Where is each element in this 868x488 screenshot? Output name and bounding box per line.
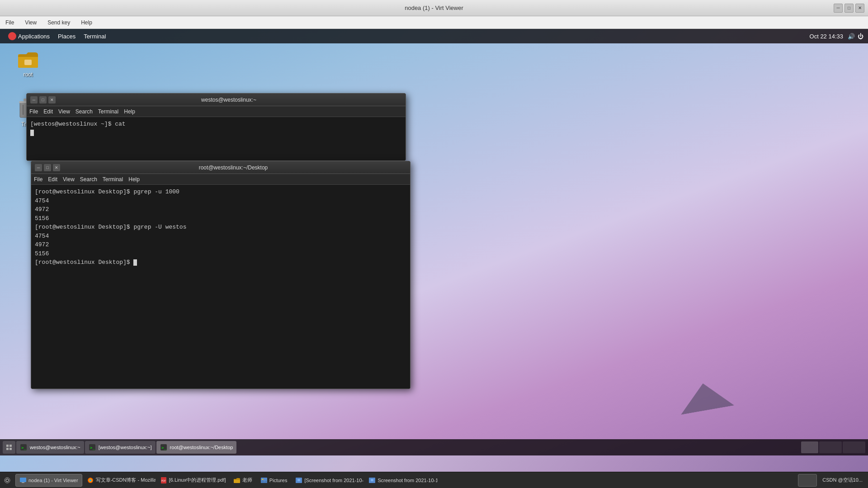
gnome-workspace-preview[interactable]	[801, 441, 818, 453]
virt-title: nodea (1) - Virt Viewer	[405, 5, 463, 11]
terminal2-menu-terminal[interactable]: Terminal	[103, 176, 123, 183]
outer-task-right-csdn[interactable]: CSDN @空话10...	[819, 474, 866, 487]
svg-rect-22	[22, 482, 24, 483]
outer-task-right-empty1[interactable]	[798, 474, 817, 487]
svg-rect-32	[297, 479, 300, 481]
gnome-topbar: Applications Places Terminal Oct 22 14:3…	[0, 29, 868, 43]
terminal2-cursor	[133, 259, 137, 266]
taskbar-item-terminal3[interactable]: >_ root@westoslinux:~/Desktop	[156, 441, 237, 454]
virt-menu-help[interactable]: Help	[79, 19, 94, 27]
terminal1-maximize-button[interactable]: □	[39, 96, 47, 103]
volume-icon[interactable]: 🔊	[848, 33, 855, 40]
terminal1-menu-view[interactable]: View	[58, 108, 70, 115]
taskbar-item-terminal1-label: westos@westoslinux:~	[30, 445, 80, 450]
svg-point-25	[90, 479, 91, 481]
outer-task-csdn-label: CSDN @空话10...	[822, 477, 863, 483]
virt-maximize-button[interactable]: □	[844, 4, 854, 13]
outer-task-screenshot2-label: Screenshot from 2021-10-10...	[377, 478, 437, 483]
outer-task-item-screenshot2[interactable]: Screenshot from 2021-10-10...	[365, 474, 437, 487]
taskbar-expand-button[interactable]	[3, 441, 15, 454]
terminal2-line-3: 5156	[35, 214, 406, 223]
gnome-places-menu[interactable]: Places	[54, 31, 79, 42]
virt-menu-sendkey[interactable]: Send key	[46, 19, 72, 27]
terminal2-close-button[interactable]: ✕	[53, 164, 60, 171]
outer-task-laoshi-label: 老师	[242, 477, 252, 483]
terminal1-close-button[interactable]: ✕	[48, 96, 56, 103]
svg-text:PDF: PDF	[161, 479, 166, 482]
gnome-apps-icon	[8, 32, 16, 40]
virt-minimize-button[interactable]: ─	[834, 4, 843, 13]
terminal1-menu-edit[interactable]: Edit	[43, 108, 53, 115]
folder-icon	[17, 48, 39, 70]
gnome-clock: Oct 22 14:33	[810, 33, 843, 40]
gnome-taskbar: >_ westos@westoslinux:~ >_ [westos@we	[0, 439, 868, 455]
taskbar-item-terminal2[interactable]: >_ [westos@westoslinux:~]	[85, 441, 156, 454]
svg-rect-10	[9, 445, 12, 447]
terminal2-line-1: 4754	[35, 197, 406, 206]
power-icon[interactable]: ⏻	[858, 33, 863, 40]
folder-icon-taskbar	[233, 477, 241, 484]
outer-window: nodea (1) - Virt Viewer ─ □ ✕ File View …	[0, 0, 868, 488]
terminal2-menu-view[interactable]: View	[63, 176, 75, 183]
terminal2-content[interactable]: [root@westoslinux Desktop]$ pgrep -u 100…	[31, 185, 410, 389]
terminal2-maximize-button[interactable]: □	[44, 164, 51, 171]
outer-task-item-screenshot1[interactable]: [Screenshot from 2021-10-1...	[292, 474, 364, 487]
gnome-taskbar-right	[801, 441, 865, 453]
svg-text:>_: >_	[21, 446, 26, 450]
terminal1-menu-search[interactable]: Search	[75, 108, 93, 115]
outer-task-firefox-label: 写文章-CSDN博客 - Mozilla Fir...	[96, 477, 156, 483]
virt-titlebar-controls: ─ □ ✕	[834, 4, 864, 13]
desktop-icon-root-label: root	[24, 71, 33, 78]
terminal1-menubar: File Edit View Search Terminal Help	[27, 106, 406, 117]
terminal2-menu-file[interactable]: File	[34, 176, 42, 183]
svg-text:>_: >_	[90, 446, 95, 450]
gnome-workspace-btn-2[interactable]	[843, 441, 865, 453]
terminal2-menubar: File Edit View Search Terminal Help	[31, 174, 410, 185]
svg-rect-12	[9, 448, 12, 450]
terminal1-cursor	[30, 130, 34, 136]
terminal1-menu-terminal[interactable]: Terminal	[98, 108, 118, 115]
gnome-applications-menu[interactable]: Applications	[5, 30, 53, 42]
terminal2-menu-help[interactable]: Help	[128, 176, 140, 183]
terminal1-line-1	[30, 129, 402, 138]
terminal2-titlebar[interactable]: ─ □ ✕ root@westoslinux:~/Desktop	[31, 161, 410, 174]
terminal-icon-3: >_	[160, 444, 167, 451]
outer-task-item-settings[interactable]	[2, 474, 14, 487]
taskbar-item-terminal2-label: [westos@westoslinux:~]	[99, 445, 152, 450]
terminal2-line-5: 4754	[35, 232, 406, 241]
terminal1-menu-help[interactable]: Help	[124, 108, 135, 115]
gnome-workspace-btn-1[interactable]	[819, 441, 842, 453]
outer-task-pictures-label: Pictures	[269, 478, 288, 483]
terminal1-content[interactable]: [westos@westoslinux ~]$ cat	[27, 117, 406, 160]
terminal-icon: >_	[20, 444, 27, 451]
virt-menu-file[interactable]: File	[4, 19, 16, 27]
outer-task-item-pictures[interactable]: Pictures	[257, 474, 291, 487]
outer-task-item-pdf[interactable]: PDF [6.Linux中的进程管理.pdf]	[156, 474, 229, 487]
outer-task-screenshot1-label: [Screenshot from 2021-10-1...	[304, 478, 364, 483]
virt-menu-view[interactable]: View	[23, 19, 38, 27]
desktop-icon-root[interactable]: root	[10, 48, 46, 78]
virt-close-button[interactable]: ✕	[855, 4, 864, 13]
terminal-window-1: ─ □ ✕ westos@westoslinux:~ File Edit Vie…	[26, 93, 406, 161]
gnome-desktop: Applications Places Terminal Oct 22 14:3…	[0, 29, 868, 472]
taskbar-item-terminal1[interactable]: >_ westos@westoslinux:~	[16, 441, 84, 454]
taskbar-item-terminal3-label: root@westoslinux:~/Desktop	[170, 445, 233, 450]
terminal1-menu-file[interactable]: File	[29, 108, 38, 115]
terminal1-titlebar[interactable]: ─ □ ✕ westos@westoslinux:~	[27, 94, 406, 106]
pdf-icon: PDF	[160, 477, 167, 484]
outer-task-item-firefox[interactable]: 写文章-CSDN博客 - Mozilla Fir...	[83, 474, 156, 487]
outer-task-item-virtviewer[interactable]: nodea (1) - Virt Viewer	[15, 474, 82, 487]
virt-titlebar: nodea (1) - Virt Viewer ─ □ ✕	[0, 0, 868, 16]
outer-task-pdf-label: [6.Linux中的进程管理.pdf]	[169, 477, 226, 483]
outer-task-item-laoshi[interactable]: 老师	[230, 474, 256, 487]
desktop-decoration	[676, 379, 735, 415]
gnome-terminal-menu[interactable]: Terminal	[80, 31, 109, 42]
terminal2-menu-edit[interactable]: Edit	[48, 176, 57, 183]
terminal2-menu-search[interactable]: Search	[80, 176, 97, 183]
terminal2-line-0: [root@westoslinux Desktop]$ pgrep -u 100…	[35, 188, 406, 197]
terminal-icon-2: >_	[89, 444, 96, 451]
terminal2-minimize-button[interactable]: ─	[35, 164, 42, 171]
virt-menubar: File View Send key Help	[0, 16, 868, 29]
terminal1-minimize-button[interactable]: ─	[30, 96, 38, 103]
svg-rect-34	[371, 479, 373, 481]
